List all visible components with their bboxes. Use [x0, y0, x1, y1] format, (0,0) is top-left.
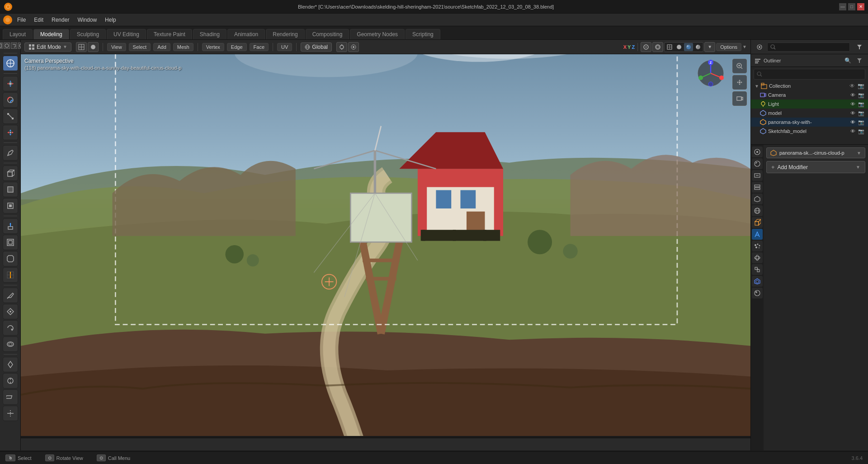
- sketchfab-eye-icon[interactable]: 👁: [850, 128, 855, 134]
- object-prop-icon[interactable]: [752, 217, 763, 228]
- scale-tool[interactable]: [3, 109, 18, 124]
- outliner-collection-item[interactable]: ▼ Collection 👁 📷: [751, 81, 868, 90]
- material-preview[interactable]: [684, 43, 693, 51]
- xray-toggle[interactable]: [652, 42, 663, 52]
- select-box-icon[interactable]: [0, 43, 3, 49]
- tab-animation[interactable]: Animation: [227, 29, 265, 39]
- push-pull-tool[interactable]: [3, 373, 18, 388]
- material-prop-icon[interactable]: [752, 288, 763, 298]
- select-lasso-icon[interactable]: [11, 43, 17, 49]
- rendered-mode[interactable]: [693, 43, 703, 51]
- tab-scripting[interactable]: Scripting: [406, 29, 440, 39]
- outliner-search-bar[interactable]: [754, 69, 865, 80]
- bevel-tool[interactable]: [3, 251, 18, 266]
- shading-options[interactable]: ▼: [704, 42, 715, 52]
- collection-eye[interactable]: 👁: [849, 83, 855, 89]
- spin-tool[interactable]: [3, 320, 18, 336]
- transform-tool[interactable]: [3, 125, 18, 140]
- model-render-icon[interactable]: 📷: [858, 110, 864, 116]
- outliner-light-item[interactable]: Light 👁 📷: [751, 99, 868, 109]
- menu-edit[interactable]: Edit: [30, 15, 47, 24]
- 3d-viewport[interactable]: Camera Perspective (118) panorama-sky-wi…: [21, 54, 750, 436]
- tab-compositing[interactable]: Compositing: [306, 29, 349, 39]
- extrude-tool[interactable]: [3, 218, 18, 234]
- tab-geometry-nodes[interactable]: Geometry Nodes: [350, 29, 405, 39]
- active-object-selector[interactable]: panorama-sk...-cirrus-cloud-p ▼: [766, 147, 865, 158]
- add-cube2-tool[interactable]: [3, 182, 18, 197]
- pan-gizmo[interactable]: [732, 75, 747, 90]
- outliner-panorama-item[interactable]: panorama-sky-with- 👁 📷: [751, 118, 868, 127]
- panorama-render-icon[interactable]: 📷: [858, 119, 864, 125]
- particles-prop-icon[interactable]: [752, 241, 763, 251]
- shrink-fatten-tool[interactable]: [3, 357, 18, 372]
- loop-cut-tool[interactable]: [3, 267, 18, 283]
- annotate-tool[interactable]: [3, 145, 18, 161]
- outliner-search-toggle[interactable]: 🔍: [843, 56, 853, 66]
- object-data-prop-icon[interactable]: [752, 276, 763, 287]
- transform-orientation[interactable]: Global: [301, 43, 332, 52]
- minimize-button[interactable]: —: [839, 3, 846, 10]
- mode-selector[interactable]: Edit Mode ▼: [24, 43, 71, 52]
- camera-eye-icon[interactable]: 👁: [850, 92, 855, 98]
- menu-file[interactable]: File: [14, 15, 29, 24]
- view-layer-icon[interactable]: [752, 182, 763, 193]
- vertex-menu[interactable]: Vertex: [202, 43, 224, 51]
- collection-render[interactable]: 📷: [858, 83, 864, 89]
- menu-help[interactable]: Help: [101, 15, 120, 24]
- outliner-model-item[interactable]: model 👁 📷: [751, 109, 868, 118]
- physics-prop-icon[interactable]: [752, 252, 763, 263]
- select-menu[interactable]: Select: [129, 43, 151, 51]
- wireframe-mode[interactable]: [665, 43, 674, 51]
- scene-prop-icon[interactable]: [752, 147, 763, 157]
- viewport-area[interactable]: Edit Mode ▼ View Select Add Mesh Vertex …: [21, 40, 750, 450]
- tab-modeling[interactable]: Modeling: [33, 29, 69, 39]
- options-button[interactable]: Options: [716, 43, 741, 51]
- poly-build-tool[interactable]: [3, 304, 18, 319]
- tab-uv-editing[interactable]: UV Editing: [107, 29, 146, 39]
- tab-texture-paint[interactable]: Texture Paint: [147, 29, 192, 39]
- proportional-edit[interactable]: [348, 42, 359, 52]
- scene2-prop-icon[interactable]: [752, 194, 763, 204]
- wireframe-icon[interactable]: [76, 42, 87, 52]
- output-prop-icon[interactable]: [752, 170, 763, 181]
- camera-render-icon[interactable]: 📷: [858, 92, 864, 98]
- viewport-overlays[interactable]: [641, 42, 651, 52]
- outliner-camera-item[interactable]: Camera 👁 📷: [751, 90, 868, 99]
- model-eye-icon[interactable]: 👁: [850, 110, 855, 116]
- snap-toggle[interactable]: [336, 42, 347, 52]
- move-tool[interactable]: [3, 76, 18, 91]
- zoom-in-gizmo[interactable]: [732, 59, 747, 73]
- tab-sculpting[interactable]: Sculpting: [70, 29, 106, 39]
- search-bar-header[interactable]: [767, 43, 850, 52]
- smooth-tool[interactable]: [3, 336, 18, 352]
- solid-shading[interactable]: [675, 43, 684, 51]
- mesh-menu[interactable]: Mesh: [173, 43, 193, 51]
- add-modifier-button[interactable]: + Add Modifier ▼: [766, 161, 865, 173]
- add-cube-tool[interactable]: [3, 166, 18, 181]
- outliner-filter-toggle[interactable]: [854, 56, 864, 66]
- modifier-prop-icon[interactable]: [752, 229, 763, 240]
- panorama-eye-icon[interactable]: 👁: [850, 119, 855, 125]
- scene-properties-icon[interactable]: [755, 42, 764, 52]
- constraints-prop-icon[interactable]: [752, 264, 763, 275]
- maximize-button[interactable]: □: [848, 3, 855, 10]
- light-render-icon[interactable]: 📷: [858, 101, 864, 107]
- shear-tool[interactable]: [3, 389, 18, 405]
- outliner-sketchfab-item[interactable]: Sketchfab_model 👁 📷: [751, 127, 868, 136]
- select-circle-icon[interactable]: [4, 43, 10, 49]
- light-eye-icon[interactable]: 👁: [850, 101, 855, 107]
- tab-rendering[interactable]: Rendering: [266, 29, 304, 39]
- close-button[interactable]: ✕: [857, 3, 864, 10]
- tab-shading[interactable]: Shading: [193, 29, 226, 39]
- options-dropdown[interactable]: ▼: [742, 44, 747, 49]
- solid-mode-icon[interactable]: [88, 42, 99, 52]
- edge-menu[interactable]: Edge: [227, 43, 247, 51]
- render-prop-icon[interactable]: [752, 158, 763, 169]
- menu-render[interactable]: Render: [48, 15, 73, 24]
- menu-window[interactable]: Window: [74, 15, 100, 24]
- rotate-tool[interactable]: [3, 92, 18, 108]
- face-menu[interactable]: Face: [250, 43, 269, 51]
- filter-icon[interactable]: [854, 42, 864, 52]
- tab-layout[interactable]: Layout: [3, 29, 33, 39]
- add-menu[interactable]: Add: [153, 43, 170, 51]
